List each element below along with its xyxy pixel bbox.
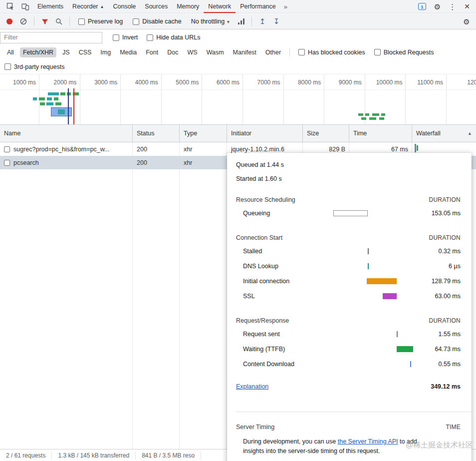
timing-value: 63.00 ms <box>417 292 461 300</box>
timing-section-header: Request/ResponseDURATION <box>236 317 461 325</box>
timing-bar-area <box>327 331 417 338</box>
column-header-name[interactable]: Name <box>0 125 133 142</box>
overview-activity-bar <box>47 97 52 100</box>
checkbox-box-icon <box>147 34 153 41</box>
type-filter-manifest[interactable]: Manifest <box>230 47 259 57</box>
third-party-requests-checkbox[interactable]: 3rd-party requests <box>0 63 69 70</box>
timeline-tick-label: 2000 ms <box>41 79 77 86</box>
throttling-select[interactable]: No throttling ▾ <box>187 18 234 25</box>
type-filter-fetch-xhr[interactable]: Fetch/XHR <box>20 47 56 57</box>
timing-section-title: Resource Scheduling <box>236 196 295 204</box>
tab-performance[interactable]: Performance <box>236 0 280 13</box>
search-button[interactable] <box>52 15 65 28</box>
tab-recorder[interactable]: Recorder▲ <box>68 0 108 13</box>
has-blocked-cookies-checkbox[interactable]: Has blocked cookies <box>294 49 370 56</box>
server-timing-title: Server Timing <box>236 423 274 431</box>
popup-divider <box>236 412 472 412</box>
more-tabs-icon[interactable]: » <box>280 0 291 13</box>
network-conditions-button[interactable] <box>235 15 247 28</box>
watermark: @稀土掘金技术社区 <box>406 441 473 450</box>
messages-badge-icon[interactable]: 1 <box>418 3 426 10</box>
checkbox-box-icon <box>78 18 85 25</box>
type-filter-ws[interactable]: WS <box>184 47 200 57</box>
type-filter-css[interactable]: CSS <box>76 47 95 57</box>
export-har-button[interactable]: ↧ <box>270 15 283 28</box>
timing-row-waiting-ttfb: Waiting (TTFB)64.73 ms <box>227 342 472 357</box>
filter-toggle-button[interactable] <box>38 15 51 28</box>
request-checkbox[interactable] <box>4 160 10 166</box>
timing-section-title: Request/Response <box>236 317 289 325</box>
network-settings-gear-icon[interactable]: ⚙ <box>460 15 473 28</box>
toolbar-divider <box>34 17 34 26</box>
invert-checkbox[interactable]: Invert <box>108 34 142 41</box>
timing-bar-area <box>327 293 417 300</box>
kebab-menu-icon[interactable]: ⋮ <box>449 3 456 10</box>
tab-console[interactable]: Console <box>108 0 140 13</box>
record-button[interactable] <box>3 15 16 28</box>
column-header-waterfall[interactable]: Waterfall▲ <box>412 125 476 142</box>
column-header-initiator[interactable]: Initiator <box>227 125 303 142</box>
column-header-status[interactable]: Status <box>133 125 180 142</box>
blocked-requests-checkbox[interactable]: Blocked Requests <box>370 49 439 56</box>
column-header-type[interactable]: Type <box>180 125 227 142</box>
timing-bar-area <box>327 361 417 368</box>
type-filter-wasm[interactable]: Wasm <box>204 47 227 57</box>
settings-gear-icon[interactable]: ⚙ <box>434 3 441 10</box>
device-toolbar-icon[interactable] <box>18 0 33 13</box>
timeline-tick-label: 3000 ms <box>81 79 117 86</box>
tab-elements[interactable]: Elements <box>33 0 68 13</box>
timeline-tick-label: 9000 ms <box>326 79 362 86</box>
network-overview-timeline[interactable]: 1000 ms2000 ms3000 ms4000 ms5000 ms6000 … <box>0 74 476 125</box>
import-har-button[interactable]: ↥ <box>256 15 269 28</box>
devtools-tabs: ElementsRecorder▲ConsoleSourcesMemoryNet… <box>33 0 280 13</box>
timeline-tick-label: 11000 ms <box>407 79 443 86</box>
inspect-icon[interactable] <box>3 0 18 13</box>
hide-data-urls-checkbox[interactable]: Hide data URLs <box>142 34 205 41</box>
duration-column-header: DURATION <box>429 317 461 325</box>
tab-sources[interactable]: Sources <box>140 0 172 13</box>
column-header-size[interactable]: Size <box>303 125 349 142</box>
tabbar-right: 1 ⚙ ⋮ ✕ <box>418 0 476 13</box>
type-filter-other[interactable]: Other <box>262 47 284 57</box>
request-type-cell: xhr <box>180 156 227 169</box>
request-name-cell: sugrec?prod=pc_his&from=pc_w... <box>0 142 133 156</box>
column-header-time[interactable]: Time <box>349 125 412 142</box>
request-checkbox[interactable] <box>4 146 10 152</box>
disable-cache-checkbox[interactable]: Disable cache <box>128 18 186 25</box>
timeline-gridline <box>405 74 406 124</box>
type-filter-media[interactable]: Media <box>117 47 140 57</box>
explanation-link[interactable]: Explanation <box>236 383 268 391</box>
type-pills: AllFetch/XHRJSCSSImgMediaFontDocWSWasmMa… <box>2 47 285 57</box>
hide-data-urls-label: Hide data URLs <box>156 34 200 41</box>
close-icon[interactable]: ✕ <box>464 3 470 10</box>
type-filter-doc[interactable]: Doc <box>164 47 181 57</box>
timeline-gridline <box>365 74 365 124</box>
server-timing-api-link[interactable]: the Server Timing API <box>338 438 398 445</box>
timing-section-header: Resource SchedulingDURATION <box>236 196 461 204</box>
timing-section-title: Connection Start <box>236 234 282 242</box>
preserve-log-checkbox[interactable]: Preserve log <box>74 18 127 25</box>
type-filter-font[interactable]: Font <box>143 47 161 57</box>
tab-memory[interactable]: Memory <box>172 0 204 13</box>
overview-activity-bar <box>365 113 369 116</box>
timing-value: 0.55 ms <box>417 360 461 368</box>
device-glyph <box>21 2 29 10</box>
overview-activity-bar <box>33 97 37 100</box>
overview-activity-bar <box>46 102 53 105</box>
waterfall-bar <box>417 145 418 151</box>
type-filter-img[interactable]: Img <box>97 47 114 57</box>
timing-label: Request sent <box>243 330 327 338</box>
blocked-requests-label: Blocked Requests <box>384 49 434 56</box>
timeline-gridline <box>283 74 284 124</box>
timing-label: DNS Lookup <box>243 262 327 270</box>
type-filter-all[interactable]: All <box>4 47 17 57</box>
clear-button[interactable] <box>17 15 30 28</box>
type-filter-js[interactable]: JS <box>59 47 73 57</box>
filter-input[interactable] <box>0 32 102 43</box>
request-status-cell: 200 <box>133 156 180 169</box>
timeline-gridline <box>324 74 324 124</box>
tab-network[interactable]: Network <box>204 0 236 13</box>
dns-lookup-bar <box>368 263 369 269</box>
overview-divider <box>0 89 476 90</box>
timing-bar-area <box>327 248 417 255</box>
